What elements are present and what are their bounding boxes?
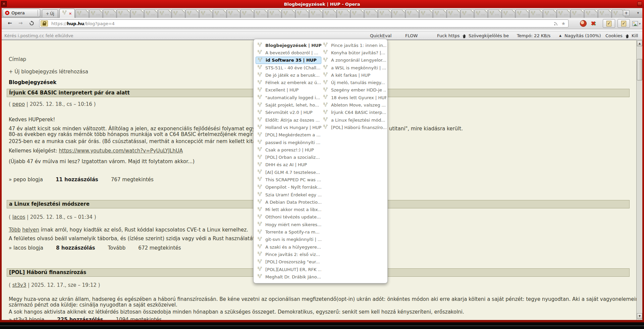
tab-list-item[interactable]: HPUHolland vs Hungary | HUP <box>256 124 321 131</box>
inactive-tab[interactable]: HPU... <box>351 9 364 18</box>
tab-list-item[interactable]: HPUpasswd is megkönnyíti ... <box>256 139 321 146</box>
inactive-tab[interactable]: HPU... <box>378 9 391 18</box>
inactive-tab[interactable]: HPU... <box>364 9 378 18</box>
scroll-up-arrow[interactable]: ▲ <box>637 41 642 46</box>
tab-list-item[interactable]: HPUa WSL is megkönnyíti | ... <box>321 64 386 71</box>
url-field[interactable]: https://hup.hu/blog?page=4 ★ <box>39 19 569 27</box>
vertical-scrollbar[interactable]: ▲ ▼ <box>636 40 642 320</box>
tab-list-item[interactable]: HPUa Linux fejlesztési mód... <box>321 116 386 124</box>
source-link[interactable]: Több <box>9 227 20 233</box>
tab-list-item[interactable]: HPUÍrjunk C64 BASIC interp... <box>321 109 386 116</box>
inactive-tab[interactable]: HPU... <box>268 9 281 18</box>
inactive-tab[interactable]: HPU... <box>323 9 336 18</box>
inactive-tab[interactable]: HPU... <box>309 9 323 18</box>
tab-list-item[interactable]: HPUSTS-51L - 40 éve (Chall... <box>256 64 321 71</box>
inactive-tab[interactable]: HPU... <box>130 9 144 18</box>
inactive-tab[interactable]: HPU... <box>240 9 254 18</box>
status-item-zoom[interactable]: Nagyítás (100%) <box>565 33 601 38</box>
tab-list-item[interactable]: HPUAbleton Move, valszeg ... <box>321 101 386 109</box>
tab-list-item[interactable]: HPUA szaki és a hülyegyere... <box>256 243 321 251</box>
title-bar[interactable]: ✕ Blogbejegyzések | HUP - Opera <box>0 0 644 8</box>
back-button[interactable]: ← <box>8 20 12 26</box>
tab-list-item[interactable]: HPUOpenpilot - Nyílt forrásk... <box>256 184 321 191</box>
tab-list-item[interactable]: HPU[POL][ALUHUT] ER, RFK ... <box>256 266 321 273</box>
tab-list-item[interactable]: HPUExcellent | HUP <box>256 86 321 94</box>
author-link[interactable]: lacos <box>12 214 25 220</box>
inactive-tab[interactable]: HPU... <box>337 9 350 18</box>
tab-list-item[interactable]: HPUPince javítás 1: innen in... <box>321 42 386 49</box>
toolbar-checkbox-button-2[interactable]: ✓ <box>618 19 630 28</box>
tab-list-item[interactable]: HPUDHH és az AI | HUP <box>256 161 321 169</box>
blog-link[interactable]: » st3v3 blogja <box>9 317 44 320</box>
read-more-link[interactable]: Tovább <box>108 245 125 251</box>
status-item-quickeval[interactable]: QuickEval <box>370 33 391 38</box>
inactive-tab[interactable]: HPU... <box>144 9 158 18</box>
tab-list-item[interactable]: HPUHogy miért nem sikeres... <box>256 221 321 228</box>
inactive-tab[interactable]: HPU... <box>571 9 584 18</box>
tab-list-item[interactable]: HPU"automatically logged i... <box>256 94 321 101</box>
inactive-tab[interactable]: HPU... <box>502 9 515 18</box>
blocked-content-x-icon[interactable]: ✖ <box>591 20 596 27</box>
inactive-tab[interactable]: HPU... <box>172 9 185 18</box>
inactive-tab[interactable]: HPU... <box>282 9 295 18</box>
tab-list-item[interactable]: HPUKonyha bútor javítás? |... <box>321 49 386 56</box>
tab-list-item[interactable]: HPUSaját projekt, lehet, ho... <box>256 101 321 109</box>
tab-list-item[interactable]: HPUEldőlt: Átírja az összes ... <box>256 116 321 124</box>
inactive-tab[interactable]: HPU... <box>103 9 116 18</box>
tab-list-item[interactable]: HPUA bevezető dobozról | ... <box>256 49 321 56</box>
inactive-tab[interactable]: HPU... <box>488 9 501 18</box>
tab-list-item[interactable]: HPU[POL] Háború finanszíro... <box>321 124 386 131</box>
tab-list-item[interactable]: HPUCsak a poresz!:) | HUP <box>256 146 321 153</box>
inactive-tab[interactable]: HPU... <box>474 9 488 18</box>
tab-list-item[interactable]: HPUPince javítás 2: első viz... <box>256 251 321 258</box>
inactive-tab[interactable]: HPU... <box>392 9 405 18</box>
inactive-tab[interactable]: HPU... <box>419 9 433 18</box>
author-link[interactable]: pepo <box>12 101 25 107</box>
tab-list-item[interactable]: HPU18 éves lett Gyurex | HUP <box>321 94 386 101</box>
inactive-tab[interactable]: HPU... <box>598 9 611 18</box>
comments-link[interactable]: 225 hozzászólás <box>57 317 103 320</box>
new-tab-button[interactable]: + Új <box>42 9 58 18</box>
inactive-tab[interactable]: HPU... <box>199 9 213 18</box>
status-item-fuck-https[interactable]: Fuck https <box>437 33 460 38</box>
tab-list-item[interactable]: HPU[POL] Oroszország "eur... <box>256 258 321 266</box>
forward-button[interactable]: → <box>18 20 23 26</box>
inactive-tab[interactable]: HPU... <box>461 9 474 18</box>
tab-list-item[interactable]: HPUSzia Uram! Érdekel egy ... <box>256 191 321 198</box>
status-item-kill[interactable]: Kill <box>632 33 638 38</box>
toolbar-checkbox-button-1[interactable]: ✓ <box>603 19 615 28</box>
bookmark-star-icon[interactable]: ★ <box>561 21 566 26</box>
inactive-tab[interactable]: HPU... <box>406 9 419 18</box>
tab-list-item[interactable]: HPUA Debian Data Protectio... <box>256 198 321 206</box>
tab-list-item[interactable]: HPUOtthoni tévézés update... <box>256 213 321 221</box>
inactive-tab[interactable]: HPU... <box>158 9 171 18</box>
reload-button[interactable] <box>29 21 34 27</box>
rss-icon[interactable] <box>554 21 558 26</box>
tab-list-item[interactable]: HPUBlogbejegyzések | HUP <box>256 42 321 49</box>
scroll-down-arrow[interactable]: ▼ <box>637 313 642 319</box>
inactive-tab[interactable]: HPU... <box>557 9 570 18</box>
inactive-tab[interactable]: HPU... <box>433 9 446 18</box>
tab-list-item[interactable]: HPUThis SCRAPPED PC was ... <box>256 176 321 183</box>
images-toggle-button[interactable]: ▾ <box>632 20 644 27</box>
tab-list-item[interactable]: HPU[AI] GLM 4.7 tesztelese... <box>256 169 321 176</box>
inactive-tab[interactable]: HPU... <box>117 9 130 18</box>
tab-list-item[interactable]: HPUFélnek az emberek az ú... <box>256 79 321 86</box>
inactive-tab[interactable]: HPU... <box>75 9 89 18</box>
inactive-tab[interactable]: HPU... <box>529 9 543 18</box>
blog-link[interactable]: » pepo blogja <box>9 177 43 183</box>
window-close-button[interactable] <box>637 2 642 6</box>
security-lock-badge[interactable] <box>41 20 48 26</box>
extension-badge-icon[interactable] <box>580 20 587 27</box>
window-menu-icon[interactable]: ✕ <box>1 1 7 7</box>
tab-list-item[interactable]: HPUÚj meló, tanulás miegy... <box>321 79 386 86</box>
breadcrumb-cimlap-link[interactable]: Címlap <box>9 56 26 62</box>
tab-list-chevron-icon[interactable]: ▾ <box>637 11 639 15</box>
tab-list-item[interactable]: HPUMi lett akkor most a libx... <box>256 206 321 213</box>
inactive-tab[interactable]: HPU... <box>296 9 309 18</box>
inactive-tab[interactable]: HPU... <box>213 9 226 18</box>
inactive-tab[interactable]: HPU... <box>89 9 103 18</box>
comments-link[interactable]: 11 hozzászólás <box>56 177 98 183</box>
author-link[interactable]: st3v3 <box>12 282 26 288</box>
status-item-flow[interactable]: FLOW <box>405 33 418 38</box>
